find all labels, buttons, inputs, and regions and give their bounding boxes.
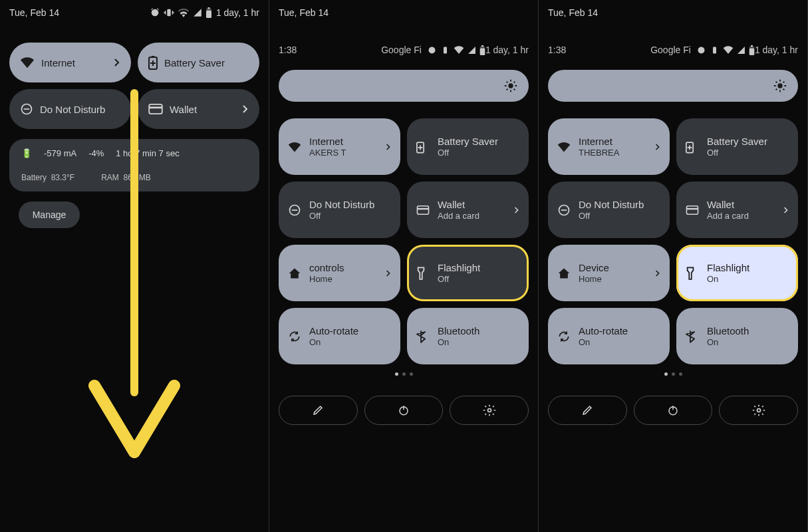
power-button[interactable] <box>634 396 713 425</box>
qs-dnd-chip[interactable]: Do Not Disturb <box>9 89 131 129</box>
tile-battery-saver[interactable]: Battery SaverOff <box>407 118 529 175</box>
power-button[interactable] <box>364 396 444 425</box>
flashlight-icon <box>686 266 699 281</box>
tile-title: Bluetooth <box>707 325 749 337</box>
tile-sub: Home <box>309 274 344 285</box>
settings-button[interactable] <box>450 396 529 425</box>
tile-sub: On <box>438 337 479 348</box>
svg-rect-9 <box>444 47 447 53</box>
bluetooth-icon <box>686 329 699 344</box>
tile-title: Internet <box>579 136 619 148</box>
chevron-right-icon <box>386 143 391 151</box>
tile-title: Internet <box>309 136 346 148</box>
tile-autorotate[interactable]: Auto-rotateOn <box>548 308 670 364</box>
tile-battery-saver[interactable]: Battery SaverOff <box>676 118 798 175</box>
battery-saver-icon <box>416 140 430 154</box>
autorotate-icon <box>557 330 571 343</box>
tile-flashlight[interactable]: FlashlightOn <box>676 245 798 301</box>
brightness-icon <box>773 78 787 93</box>
wifi-icon <box>454 46 464 54</box>
tile-sub: On <box>309 337 358 348</box>
qs-battery-saver-chip[interactable]: Battery Saver <box>138 43 259 82</box>
svg-rect-3 <box>207 7 209 9</box>
battery-temp-label: Battery <box>21 173 47 182</box>
battery-amps: -579 mA <box>44 148 76 158</box>
dnd-icon <box>288 203 301 217</box>
svg-rect-8 <box>149 106 162 108</box>
edit-tiles-button[interactable] <box>548 396 627 425</box>
brightness-slider[interactable] <box>279 70 529 102</box>
power-icon <box>398 404 410 416</box>
tile-home-controls[interactable]: controlsHome <box>279 245 400 301</box>
tile-home-controls[interactable]: DeviceHome <box>548 245 670 301</box>
tile-sub: Add a card <box>438 211 479 221</box>
svg-rect-22 <box>749 48 755 55</box>
tile-flashlight[interactable]: FlashlightOff <box>407 245 529 301</box>
tile-dnd[interactable]: Do Not DisturbOff <box>548 182 670 238</box>
signal-icon <box>193 8 202 17</box>
tile-dnd[interactable]: Do Not DisturbOff <box>279 182 400 238</box>
tile-title: Do Not Disturb <box>309 199 374 211</box>
qs-chip-label: Wallet <box>170 104 197 115</box>
qs-internet-chip[interactable]: Internet <box>9 43 131 82</box>
tile-internet[interactable]: InternetAKERS T <box>279 118 400 175</box>
qs-chip-label: Internet <box>41 57 75 68</box>
svg-rect-11 <box>480 48 485 55</box>
tile-sub: Add a card <box>707 211 749 221</box>
chevron-right-icon <box>783 206 789 214</box>
tile-title: Flashlight <box>707 262 749 274</box>
tile-internet[interactable]: InternetTHEBREA <box>548 118 670 175</box>
qs-wallet-chip[interactable]: Wallet <box>138 89 259 129</box>
tile-sub: THEBREA <box>579 148 619 158</box>
tile-autorotate[interactable]: Auto-rotateOn <box>279 308 400 364</box>
page-indicator <box>269 372 538 376</box>
tile-title: Device <box>579 262 609 274</box>
tile-title: Wallet <box>438 199 479 211</box>
power-icon <box>667 404 679 416</box>
status-time: 1:38 <box>279 45 297 55</box>
tile-sub: Off <box>438 148 498 158</box>
edit-tiles-button[interactable] <box>279 396 358 425</box>
svg-rect-12 <box>481 45 483 47</box>
manage-button[interactable]: Manage <box>19 201 80 228</box>
signal-icon <box>737 46 745 55</box>
status-time: 1:38 <box>548 45 566 55</box>
chevron-right-icon <box>242 104 249 114</box>
tile-bluetooth[interactable]: BluetoothOn <box>407 308 529 364</box>
status-bar-2: 1:38 Google Fi 1 day, 1 hr <box>269 39 538 61</box>
status-date: Tue, Feb 14 <box>279 7 329 18</box>
svg-rect-2 <box>206 11 211 18</box>
page-indicator <box>539 372 807 376</box>
status-icons <box>150 7 212 18</box>
tile-sub: On <box>707 274 749 285</box>
autorotate-icon <box>288 330 301 343</box>
svg-rect-28 <box>686 207 698 209</box>
bluetooth-icon <box>416 329 430 344</box>
tile-wallet[interactable]: WalletAdd a card <box>407 182 529 238</box>
battery-stats-card[interactable]: 🔋 -579 mA -4% 1 ho 7 min 7 sec Battery 8… <box>9 139 259 192</box>
battery-icon <box>479 45 485 55</box>
chevron-right-icon <box>386 269 391 277</box>
tile-wallet[interactable]: WalletAdd a card <box>676 182 798 238</box>
svg-point-30 <box>757 409 760 412</box>
brightness-slider[interactable] <box>548 70 798 102</box>
svg-rect-27 <box>686 205 698 213</box>
dnd-icon <box>20 102 33 116</box>
vibrate-icon <box>164 7 174 18</box>
tile-title: Battery Saver <box>707 136 767 148</box>
settings-button[interactable] <box>719 396 798 425</box>
svg-rect-16 <box>417 205 428 213</box>
tile-bluetooth[interactable]: BluetoothOn <box>676 308 798 364</box>
status-icons <box>427 45 485 55</box>
vibrate-icon <box>440 45 450 55</box>
tile-sub: Off <box>309 211 374 221</box>
status-date: Tue, Feb 14 <box>9 7 59 18</box>
ram-value: 866 MB <box>124 173 151 182</box>
ram-label: RAM <box>101 173 119 182</box>
home-icon <box>288 267 301 280</box>
brightness-icon <box>503 78 518 93</box>
wifi-icon <box>20 57 35 68</box>
tile-sub: On <box>707 337 749 348</box>
svg-point-24 <box>777 83 782 88</box>
battery-temp: 83.3°F <box>51 173 74 182</box>
